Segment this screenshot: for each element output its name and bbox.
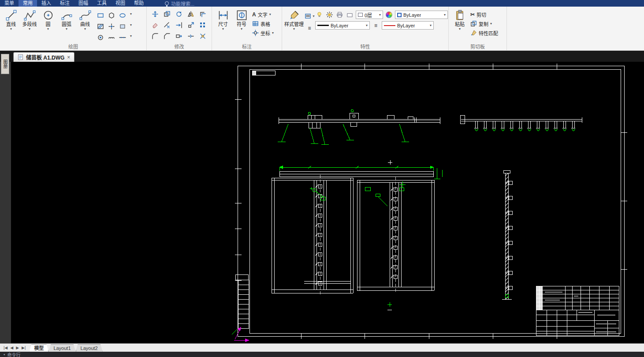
chevron-down-icon: ▾ [366,24,368,27]
erase-button[interactable] [150,20,160,30]
dimension-button[interactable]: 尺寸 ▾ [214,8,232,31]
style-options-button[interactable]: ≡ [307,24,312,32]
extend-button[interactable] [174,20,184,30]
chevron-down-icon: ▾ [490,22,492,26]
construction-line-button[interactable] [117,32,127,42]
copy-icon [164,11,171,18]
revision-cloud-button[interactable] [106,32,116,42]
table-icon [252,20,259,27]
tab-layout1[interactable]: Layout1 [48,344,75,352]
hatch-button[interactable] [95,21,105,31]
tab-insert[interactable]: 插入 [37,0,56,7]
color-combo[interactable]: ByLayer ▾ [395,11,448,19]
ribbon-group-clipboard: 粘贴 ▾ ✂ 剪切 复制 ▾ 特性匹配 剪切板 [449,7,507,50]
chevron-down-icon: ▾ [84,27,86,31]
move-button[interactable] [150,9,160,19]
tab-tools[interactable]: 工具 [93,0,111,7]
fillet-button[interactable] [150,31,160,41]
layer-plot-button[interactable] [335,11,344,19]
menu-lines-icon: ≡ [308,25,311,31]
style-manager-button[interactable]: 样式管理 ▾ [284,8,304,31]
nav-last-icon[interactable]: ▶| [22,346,26,350]
chevron-down-icon: ▾ [222,27,224,31]
style-dropdown-button[interactable]: ▾ [304,12,316,20]
arc-button[interactable]: 圆弧 ▾ [58,8,75,31]
right-front-view [357,177,434,310]
line-button[interactable]: 直线 ▾ [2,8,20,31]
rectangle-button[interactable] [95,10,105,20]
break-button[interactable] [186,31,196,41]
document-tab[interactable]: 储苗板 A1.DWG × [13,52,74,62]
command-bar[interactable]: • 命令行 [0,352,644,357]
close-icon[interactable]: × [67,54,70,60]
point-button[interactable] [106,21,116,31]
stretch-button[interactable] [174,31,184,41]
chamfer-button[interactable] [162,31,172,41]
layer-freeze-button[interactable] [325,11,334,19]
draw-small-grid [95,10,128,43]
trim-button[interactable] [162,20,172,30]
rotate-icon [175,11,182,18]
cad-drawing [11,62,644,343]
circle-button[interactable]: 圆 ▾ [39,8,57,31]
offset-button[interactable] [197,9,208,19]
rotate-button[interactable] [174,9,184,19]
cut-button[interactable]: ✂ 剪切 [469,10,499,19]
linetype-manager-button[interactable]: ≡ [372,21,380,30]
sheet-set-side-tab[interactable]: 图册 [1,54,9,74]
donut-button[interactable] [95,32,105,42]
region-button[interactable] [117,21,127,31]
explode-button[interactable] [197,31,208,41]
chevron-down-icon: ▾ [272,31,274,35]
paste-button[interactable]: 粘贴 ▾ [451,8,469,31]
function-search-input[interactable]: 功能搜索... [165,0,194,7]
linetype-combo[interactable]: ByLayer ▾ [382,21,434,30]
chevron-down-icon: ▾ [47,27,49,31]
layer-combo[interactable]: 0层 ▾ [356,11,383,19]
tab-home[interactable]: 常用 [19,0,37,7]
polygon-button[interactable] [106,10,116,20]
ellipse-button[interactable] [117,10,127,20]
nav-first-icon[interactable]: |◀ [4,346,7,350]
chevron-down-icon[interactable]: ▾ [130,12,132,16]
chevron-down-icon: ▾ [66,27,67,31]
tab-sheet[interactable]: 图幅 [74,0,93,7]
document-tab-title: 储苗板 A1.DWG [26,53,64,61]
left-front-view [272,175,353,296]
text-button[interactable]: A 文字 ▾ [251,10,275,19]
color-picker-button[interactable] [385,11,393,19]
layer-lock-button[interactable] [346,11,354,19]
array-button[interactable] [197,20,208,30]
nav-prev-icon[interactable]: ◀ [10,346,13,350]
layout-bar: |◀ ◀ ▶ ▶| 模型 Layout1 Layout2 [0,343,644,352]
stretch-icon [175,33,182,40]
polyline-button[interactable]: 多段线 ▾ [21,8,38,31]
tab-view[interactable]: 视图 [111,0,130,7]
drawing-frame [235,64,627,339]
mirror-button[interactable] [186,9,196,19]
chevron-down-icon: ▾ [430,24,432,27]
tab-annotate[interactable]: 标注 [56,0,74,7]
tab-model[interactable]: 模型 [29,344,48,352]
lineweight-combo[interactable]: ByLayer ▾ [315,21,370,30]
ribbon: 直线 ▾ 多段线 ▾ 圆 ▾ 圆弧 ▾ 曲线 ▾ [0,7,644,51]
chevron-down-icon[interactable]: ▾ [130,34,132,38]
rectangle-icon [97,12,104,19]
chevron-down-icon[interactable]: ▾ [130,23,132,27]
coordinate-button[interactable]: 坐标 ▾ [251,29,275,37]
tab-layout2[interactable]: Layout2 [76,344,103,352]
polygon-icon [108,12,115,19]
symbol-button[interactable]: 符号 ▾ [233,8,250,31]
table-button[interactable]: 表格 [251,19,275,28]
copy-clip-button[interactable]: 复制 ▾ [469,19,499,28]
copy-button[interactable] [162,9,172,19]
tab-help[interactable]: 帮助 [130,0,148,7]
layer-on-button[interactable] [315,11,324,19]
menu-button[interactable]: 菜单 [0,0,19,7]
match-properties-button[interactable]: 特性匹配 [469,29,499,37]
scale-button[interactable] [186,20,196,30]
clipboard-stack: ✂ 剪切 复制 ▾ 特性匹配 [469,10,499,37]
nav-next-icon[interactable]: ▶ [16,346,19,350]
spline-button[interactable]: 曲线 ▾ [76,8,94,31]
model-canvas[interactable] [11,62,644,343]
